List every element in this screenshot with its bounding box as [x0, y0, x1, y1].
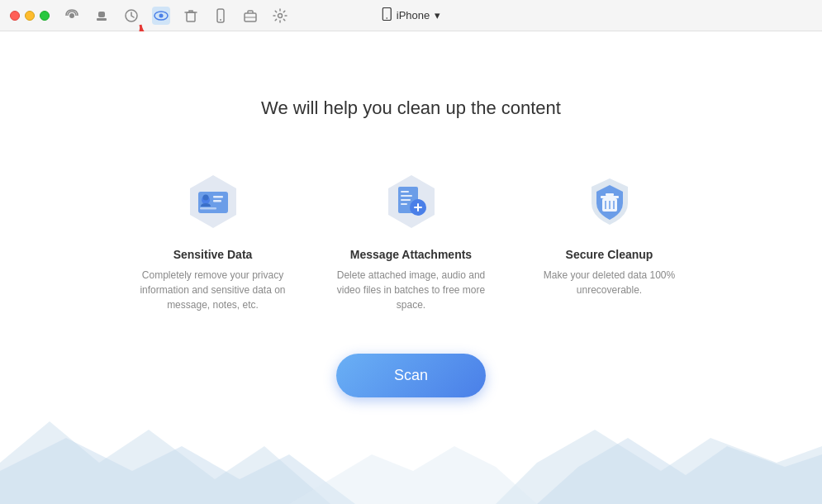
svg-marker-36: [496, 430, 822, 504]
svg-rect-29: [601, 196, 619, 198]
mountain-background: [0, 397, 822, 504]
svg-rect-18: [213, 200, 221, 202]
dropdown-chevron-icon: ▾: [435, 9, 440, 21]
podcast-icon[interactable]: [63, 7, 81, 25]
feature-sensitive-data-title: Sensitive Data: [173, 248, 253, 261]
svg-point-8: [220, 19, 221, 21]
svg-point-20: [202, 195, 208, 201]
svg-marker-34: [0, 421, 330, 504]
svg-rect-23: [401, 191, 409, 193]
toolkit-icon[interactable]: [241, 7, 259, 25]
traffic-lights: [10, 11, 50, 21]
svg-rect-17: [213, 196, 223, 198]
feature-sensitive-data-desc: Completely remove your privacy informati…: [139, 268, 287, 312]
svg-rect-24: [401, 195, 412, 197]
phone-icon[interactable]: [211, 7, 230, 25]
svg-rect-26: [401, 203, 407, 205]
svg-point-12: [386, 17, 387, 19]
svg-marker-35: [0, 438, 355, 504]
feature-secure-cleanup-title: Secure Cleanup: [566, 248, 653, 261]
feature-secure-cleanup-desc: Make your deleted data 100% unrecoverabl…: [535, 268, 684, 297]
features-row: Sensitive Data Completely remove your pr…: [139, 169, 684, 312]
titlebar: iPhone ▾: [0, 0, 822, 31]
svg-rect-1: [97, 18, 107, 21]
feature-message-attachments: Message Attachments Delete attached imag…: [337, 169, 486, 312]
svg-rect-30: [606, 193, 614, 196]
minimize-button[interactable]: [25, 11, 35, 21]
message-attachments-icon: [378, 169, 444, 235]
secure-cleanup-icon: [577, 169, 643, 235]
headline: We will help you clean up the content: [261, 97, 561, 119]
svg-rect-25: [401, 199, 411, 201]
device-name: iPhone: [397, 9, 430, 21]
clock-icon[interactable]: [122, 7, 140, 25]
svg-point-5: [159, 13, 164, 17]
feature-sensitive-data: Sensitive Data Completely remove your pr…: [139, 169, 287, 312]
stamp-icon[interactable]: [93, 7, 111, 25]
svg-point-10: [278, 13, 283, 17]
main-content: We will help you clean up the content: [0, 31, 822, 504]
settings-icon[interactable]: [271, 7, 289, 25]
toolbar: [63, 7, 289, 25]
svg-marker-37: [537, 438, 822, 504]
feature-message-attachments-title: Message Attachments: [350, 248, 472, 261]
privacy-cleaner-icon[interactable]: [152, 7, 170, 25]
svg-marker-38: [289, 446, 537, 504]
sensitive-data-icon: [180, 169, 246, 235]
device-icon: [382, 7, 392, 23]
device-selector[interactable]: iPhone ▾: [382, 7, 440, 23]
svg-point-0: [69, 13, 74, 18]
svg-rect-2: [98, 12, 105, 17]
feature-secure-cleanup: Secure Cleanup Make your deleted data 10…: [535, 169, 684, 297]
svg-rect-19: [200, 207, 216, 210]
close-button[interactable]: [10, 11, 20, 21]
scan-button[interactable]: Scan: [336, 354, 486, 397]
feature-message-attachments-desc: Delete attached image, audio and video f…: [337, 268, 486, 312]
maximize-button[interactable]: [40, 11, 50, 21]
svg-rect-6: [187, 12, 195, 21]
trash-icon[interactable]: [182, 7, 200, 25]
